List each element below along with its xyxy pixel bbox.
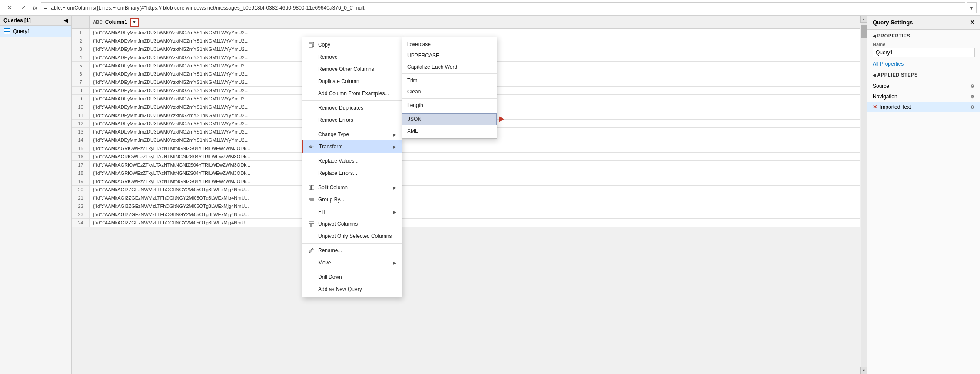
name-label: Name	[873, 42, 975, 47]
sidebar-collapse-icon[interactable]: ◀	[64, 17, 68, 23]
menu-divider-1	[302, 100, 402, 101]
svg-rect-2	[7, 29, 10, 31]
menu-item-fill[interactable]: Fill ▶	[302, 206, 402, 218]
menu-item-split-column[interactable]: Split Column ▶	[302, 181, 402, 194]
transform-lowercase-label: lowercase	[407, 41, 492, 47]
scroll-track[interactable]	[861, 23, 867, 367]
group-by-icon	[308, 196, 315, 203]
menu-item-copy[interactable]: Copy	[302, 39, 402, 51]
right-panel-close-icon[interactable]: ✕	[970, 19, 975, 26]
menu-item-group-by-label: Group By...	[318, 197, 396, 203]
svg-text:2: 2	[310, 146, 311, 148]
transform-xml[interactable]: XML	[402, 125, 497, 137]
transform-capitalize-label: Capitalize Each Word	[407, 64, 492, 70]
name-input[interactable]	[873, 48, 975, 57]
imported-text-gear-icon[interactable]: ⚙	[970, 104, 975, 110]
row-number: 1	[72, 29, 90, 37]
svg-rect-4	[7, 32, 10, 34]
menu-item-move-label: Move	[318, 260, 389, 266]
menu-item-add-new-query[interactable]: Add as New Query	[302, 283, 402, 295]
table-row: 20{"id":"AAMkAGI2ZGEzNWMzLTFhOGItNGY2Mi0…	[72, 186, 860, 194]
menu-item-remove-duplicates[interactable]: Remove Duplicates	[302, 102, 402, 114]
row-number: 24	[72, 219, 90, 227]
formula-bar[interactable]: = Table.FromColumns({Lines.FromBinary(#"…	[41, 2, 965, 13]
row-number: 9	[72, 95, 90, 103]
step-imported-text[interactable]: ✕ Imported Text ⚙	[867, 102, 980, 112]
move-icon	[308, 259, 315, 266]
formula-expand-button[interactable]: ▼	[967, 2, 977, 13]
menu-item-change-type[interactable]: Change Type ▶	[302, 128, 402, 140]
transform-uppercase[interactable]: UPPERCASE	[402, 50, 497, 61]
source-gear-icon[interactable]: ⚙	[970, 83, 975, 89]
menu-item-remove[interactable]: Remove	[302, 51, 402, 63]
step-source[interactable]: Source ⚙	[867, 81, 980, 91]
transform-clean-label: Clean	[407, 89, 492, 95]
name-property-row: Name	[867, 40, 980, 59]
menu-item-unpivot[interactable]: Unpivot Columns	[302, 218, 402, 230]
row-value: {"id":"AAMkAGI2ZGEzNWMzLTFhOGItNGY2Mi05O…	[90, 202, 860, 210]
menu-item-transform[interactable]: 2 Transform ▶	[302, 140, 402, 153]
menu-item-remove-errors[interactable]: Remove Errors	[302, 114, 402, 126]
menu-item-change-type-label: Change Type	[318, 131, 389, 137]
confirm-button[interactable]: ✓	[17, 2, 30, 14]
menu-item-group-by[interactable]: Group By...	[302, 194, 402, 206]
column-dropdown-button[interactable]: ▼	[130, 18, 139, 27]
menu-item-remove-duplicates-label: Remove Duplicates	[318, 105, 396, 111]
transform-capitalize[interactable]: Capitalize Each Word	[402, 61, 497, 73]
column1-header: ABC Column1 ▼	[90, 16, 860, 29]
menu-item-move[interactable]: Move ▶	[302, 257, 402, 269]
row-value: {"id":"AAMkADEyMmJmZDU3LWM0YzktNGZmYS1hN…	[90, 29, 860, 37]
menu-item-add-from-examples[interactable]: Add Column From Examples...	[302, 87, 402, 100]
menu-item-replace-errors-label: Replace Errors...	[318, 170, 396, 176]
column-name: Column1	[105, 19, 127, 25]
imported-text-x-icon[interactable]: ✕	[873, 104, 877, 110]
svg-rect-17	[309, 224, 311, 227]
row-value: {"id":"AAMkAGI2ZGEzNWMzLTFhOGItNGY2Mi05O…	[90, 210, 860, 219]
row-number: 13	[72, 128, 90, 136]
transform-trim[interactable]: Trim	[402, 75, 497, 86]
navigation-gear-icon[interactable]: ⚙	[970, 94, 975, 100]
transform-arrow: ▶	[393, 144, 396, 149]
scroll-thumb[interactable]	[861, 25, 867, 38]
row-number: 17	[72, 161, 90, 169]
menu-item-remove-other[interactable]: Remove Other Columns	[302, 63, 402, 75]
formula-text: = Table.FromColumns({Lines.FromBinary(#"…	[44, 5, 365, 11]
replace-values-icon	[308, 157, 315, 164]
split-column-arrow: ▶	[393, 185, 396, 190]
table-row: 16{"id":"AAMkAGRlOWEzZTkyLTAzNTMtNGNlZS0…	[72, 153, 860, 161]
row-number: 16	[72, 153, 90, 161]
scroll-down-button[interactable]: ▼	[860, 367, 867, 374]
step-navigation-label: Navigation	[873, 94, 897, 100]
properties-section-title: PROPERTIES	[867, 30, 980, 40]
all-properties-link[interactable]: All Properties	[867, 59, 980, 69]
menu-divider-3	[302, 154, 402, 154]
menu-item-duplicate[interactable]: Duplicate Column	[302, 75, 402, 87]
menu-item-rename[interactable]: Rename...	[302, 244, 402, 257]
row-value: {"id":"AAMkAGRlOWEzZTkyLTAzNTMtNGNlZS04Y…	[90, 144, 860, 153]
transform-clean[interactable]: Clean	[402, 86, 497, 97]
table-row: 19{"id":"AAMkAGRlOWEzZTkyLTAzNTMtNGNlZS0…	[72, 177, 860, 186]
step-navigation[interactable]: Navigation ⚙	[867, 91, 980, 102]
transform-divider-2	[402, 98, 497, 99]
menu-item-drill-down[interactable]: Drill Down	[302, 271, 402, 283]
menu-item-duplicate-label: Duplicate Column	[318, 78, 396, 84]
menu-item-replace-values[interactable]: Replace Values...	[302, 155, 402, 167]
menu-item-replace-errors[interactable]: Replace Errors...	[302, 167, 402, 179]
sidebar-item-label: Query1	[13, 28, 30, 34]
row-number: 3	[72, 45, 90, 53]
svg-rect-12	[312, 186, 314, 190]
applied-steps-section-title: APPLIED STEPS	[867, 69, 980, 79]
transform-json[interactable]: JSON	[402, 113, 497, 125]
remove-icon	[308, 53, 315, 60]
menu-item-unpivot-selected[interactable]: Unpivot Only Selected Columns	[302, 230, 402, 242]
transform-length[interactable]: Length	[402, 100, 497, 111]
drill-down-icon	[308, 274, 315, 280]
sidebar-item-query1[interactable]: Query1	[0, 26, 71, 37]
scroll-up-button[interactable]: ▲	[860, 16, 867, 23]
right-panel-header: Query Settings ✕	[867, 16, 980, 30]
close-button[interactable]: ✕	[3, 2, 16, 14]
transform-lowercase[interactable]: lowercase	[402, 39, 497, 50]
right-panel: Query Settings ✕ PROPERTIES Name All Pro…	[867, 16, 980, 374]
rename-icon	[308, 247, 315, 254]
menu-item-transform-label: Transform	[319, 144, 389, 150]
